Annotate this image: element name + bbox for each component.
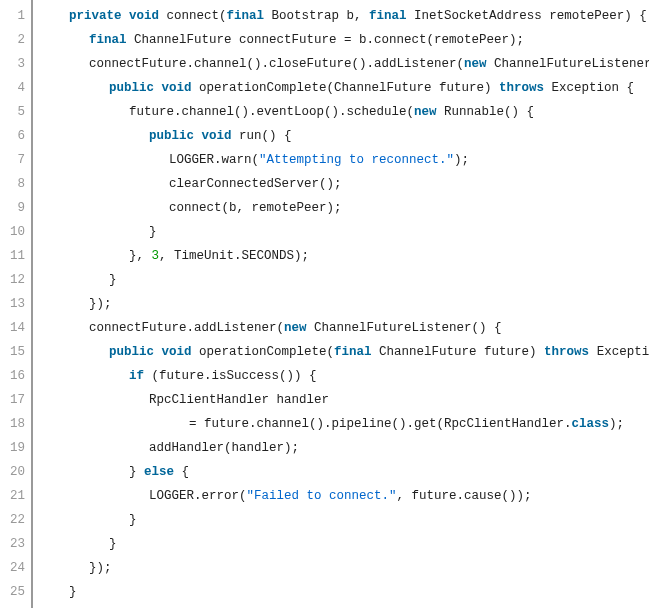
token-kw: public void xyxy=(149,129,232,143)
token-kw: final xyxy=(369,9,407,23)
code-line: clearConnectedServer(); xyxy=(41,172,649,196)
code-line: }); xyxy=(41,292,649,316)
code-line: public void operationComplete(ChannelFut… xyxy=(41,76,649,100)
line-number: 8 xyxy=(18,172,26,196)
line-number: 24 xyxy=(10,556,25,580)
line-number: 6 xyxy=(18,124,26,148)
token-plain: (future.isSuccess()) { xyxy=(144,369,317,383)
token-plain: , TimeUnit.SECONDS); xyxy=(159,249,309,263)
token-kw: final xyxy=(334,345,372,359)
token-plain: } xyxy=(129,513,137,527)
token-kw: public void xyxy=(109,345,192,359)
token-plain: } xyxy=(109,273,117,287)
code-line: private void connect(final Bootstrap b, … xyxy=(41,4,649,28)
line-number: 10 xyxy=(10,220,25,244)
line-number: 17 xyxy=(10,388,25,412)
code-line: } xyxy=(41,220,649,244)
token-kw: private void xyxy=(69,9,159,23)
token-plain: connectFuture.addListener( xyxy=(89,321,284,335)
token-plain: connect( xyxy=(159,9,227,23)
line-number: 19 xyxy=(10,436,25,460)
line-number: 11 xyxy=(10,244,25,268)
code-line: connectFuture.channel().closeFuture().ad… xyxy=(41,52,649,76)
line-number: 22 xyxy=(10,508,25,532)
line-number: 7 xyxy=(18,148,26,172)
code-line: public void run() { xyxy=(41,124,649,148)
code-line: RpcClientHandler handler xyxy=(41,388,649,412)
token-plain: LOGGER.warn( xyxy=(169,153,259,167)
code-line: } xyxy=(41,580,649,604)
token-plain: addHandler(handler); xyxy=(149,441,299,455)
token-kw: throws xyxy=(544,345,589,359)
token-plain: RpcClientHandler handler xyxy=(149,393,329,407)
token-plain: InetSocketAddress remotePeer) { xyxy=(407,9,647,23)
token-plain: ChannelFuture connectFuture = b.connect(… xyxy=(127,33,525,47)
token-plain: = future.channel().pipeline().get(RpcCli… xyxy=(189,417,572,431)
code-line: } xyxy=(41,508,649,532)
token-plain: Bootstrap b, xyxy=(264,9,369,23)
token-plain: LOGGER.error( xyxy=(149,489,247,503)
token-plain: }); xyxy=(89,561,112,575)
line-number: 1 xyxy=(18,4,26,28)
token-plain: ChannelFuture future) xyxy=(372,345,545,359)
token-plain: connectFuture.channel().closeFuture().ad… xyxy=(89,57,464,71)
token-plain: { xyxy=(174,465,189,479)
token-plain: clearConnectedServer(); xyxy=(169,177,342,191)
token-plain: } xyxy=(149,225,157,239)
token-plain: ); xyxy=(454,153,469,167)
line-number: 2 xyxy=(18,28,26,52)
token-plain: operationComplete(ChannelFuture future) xyxy=(192,81,500,95)
line-number: 18 xyxy=(10,412,25,436)
token-kw: else xyxy=(144,465,174,479)
code-line: } else { xyxy=(41,460,649,484)
code-line: final ChannelFuture connectFuture = b.co… xyxy=(41,28,649,52)
token-num: 3 xyxy=(152,249,160,263)
token-plain: ); xyxy=(609,417,624,431)
token-plain: Exception { xyxy=(544,81,634,95)
code-line: LOGGER.warn("Attempting to reconnect."); xyxy=(41,148,649,172)
token-kw: if xyxy=(129,369,144,383)
code-line: = future.channel().pipeline().get(RpcCli… xyxy=(41,412,649,436)
line-number: 21 xyxy=(10,484,25,508)
token-kw: new xyxy=(414,105,437,119)
token-kw: throws xyxy=(499,81,544,95)
line-number: 12 xyxy=(10,268,25,292)
code-line: connectFuture.addListener(new ChannelFut… xyxy=(41,316,649,340)
line-number: 13 xyxy=(10,292,25,316)
token-kw: new xyxy=(464,57,487,71)
token-plain: }, xyxy=(129,249,152,263)
token-plain: , future.cause()); xyxy=(397,489,532,503)
token-plain: connect(b, remotePeer); xyxy=(169,201,342,215)
code-body: private void connect(final Bootstrap b, … xyxy=(33,0,649,608)
token-plain: Exception { xyxy=(589,345,649,359)
code-container: 1234567891011121314151617181920212223242… xyxy=(0,0,649,608)
code-line: connect(b, remotePeer); xyxy=(41,196,649,220)
code-line: }); xyxy=(41,556,649,580)
token-kw: class xyxy=(572,417,610,431)
line-number: 5 xyxy=(18,100,26,124)
line-number: 16 xyxy=(10,364,25,388)
line-number: 3 xyxy=(18,52,26,76)
token-plain: run() { xyxy=(232,129,292,143)
line-number: 9 xyxy=(18,196,26,220)
code-line: addHandler(handler); xyxy=(41,436,649,460)
line-number: 14 xyxy=(10,316,25,340)
code-line: public void operationComplete(final Chan… xyxy=(41,340,649,364)
code-line: }, 3, TimeUnit.SECONDS); xyxy=(41,244,649,268)
token-plain: ChannelFutureListener() { xyxy=(307,321,502,335)
code-line: } xyxy=(41,532,649,556)
token-plain: } xyxy=(69,585,77,599)
token-plain: } xyxy=(109,537,117,551)
token-plain: } xyxy=(129,465,144,479)
token-plain: future.channel().eventLoop().schedule( xyxy=(129,105,414,119)
line-number: 4 xyxy=(18,76,26,100)
line-number: 15 xyxy=(10,340,25,364)
token-str: "Attempting to reconnect." xyxy=(259,153,454,167)
token-kw: new xyxy=(284,321,307,335)
token-plain: Runnable() { xyxy=(437,105,535,119)
line-number-gutter: 1234567891011121314151617181920212223242… xyxy=(0,0,33,608)
code-line: } xyxy=(41,268,649,292)
token-kw: public void xyxy=(109,81,192,95)
token-plain: }); xyxy=(89,297,112,311)
code-line: if (future.isSuccess()) { xyxy=(41,364,649,388)
